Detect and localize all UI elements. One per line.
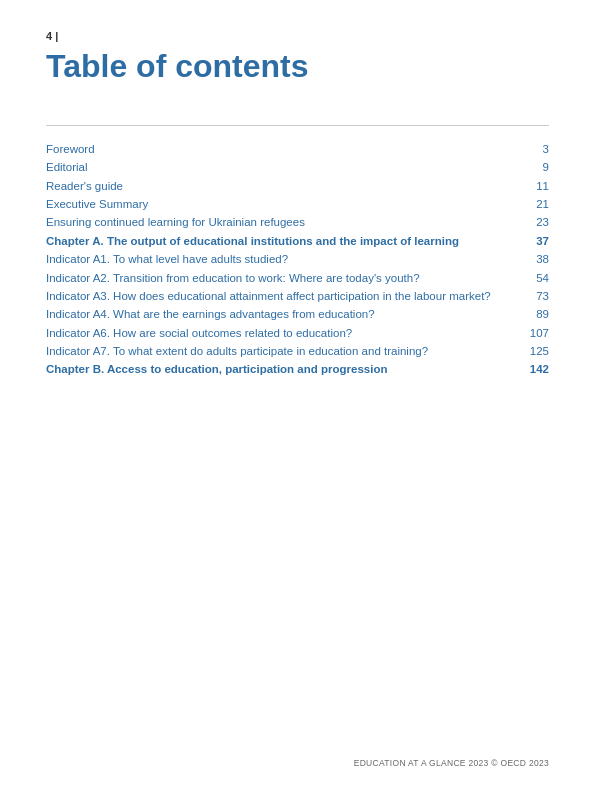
- toc-item-label: Ensuring continued learning for Ukrainia…: [46, 216, 521, 228]
- toc-row[interactable]: Indicator A4. What are the earnings adva…: [46, 305, 549, 323]
- toc-item-page: 73: [521, 290, 549, 302]
- toc-item-page: 38: [521, 253, 549, 265]
- toc-row[interactable]: Chapter A. The output of educational ins…: [46, 232, 549, 250]
- toc-item-label: Indicator A6. How are social outcomes re…: [46, 327, 521, 339]
- toc-item-label: Reader's guide: [46, 180, 521, 192]
- toc-row[interactable]: Ensuring continued learning for Ukrainia…: [46, 213, 549, 231]
- toc-row[interactable]: Indicator A2. Transition from education …: [46, 268, 549, 286]
- toc-item-page: 125: [521, 345, 549, 357]
- toc-item-label: Foreword: [46, 143, 521, 155]
- toc-item-label: Editorial: [46, 161, 521, 173]
- toc-item-page: 142: [521, 363, 549, 375]
- toc-item-page: 21: [521, 198, 549, 210]
- toc-item-page: 3: [521, 143, 549, 155]
- toc-item-page: 9: [521, 161, 549, 173]
- toc-item-label: Indicator A4. What are the earnings adva…: [46, 308, 521, 320]
- toc-item-label: Indicator A7. To what extent do adults p…: [46, 345, 521, 357]
- toc-item-page: 11: [521, 180, 549, 192]
- toc-item-page: 89: [521, 308, 549, 320]
- page-title: Table of contents: [46, 48, 549, 85]
- toc-item-page: 23: [521, 216, 549, 228]
- toc-row[interactable]: Chapter B. Access to education, particip…: [46, 360, 549, 378]
- toc-row[interactable]: Reader's guide11: [46, 177, 549, 195]
- page-container: 4 | Table of contents Foreword3Editorial…: [0, 0, 595, 794]
- toc-row[interactable]: Indicator A1. To what level have adults …: [46, 250, 549, 268]
- toc-item-label: Chapter B. Access to education, particip…: [46, 363, 521, 375]
- toc-item-label: Indicator A3. How does educational attai…: [46, 290, 521, 302]
- toc-item-label: Chapter A. The output of educational ins…: [46, 235, 521, 247]
- page-number: 4 |: [46, 30, 549, 42]
- toc-row[interactable]: Foreword3: [46, 140, 549, 158]
- toc-row[interactable]: Editorial9: [46, 158, 549, 176]
- toc-item-label: Indicator A2. Transition from education …: [46, 272, 521, 284]
- footer-text: EDUCATION AT A GLANCE 2023 © OECD 2023: [354, 758, 549, 768]
- toc-row[interactable]: Executive Summary21: [46, 195, 549, 213]
- toc-item-page: 54: [521, 272, 549, 284]
- toc-row[interactable]: Indicator A6. How are social outcomes re…: [46, 324, 549, 342]
- toc-item-label: Indicator A1. To what level have adults …: [46, 253, 521, 265]
- toc-item-page: 37: [521, 235, 549, 247]
- toc-item-page: 107: [521, 327, 549, 339]
- toc-row[interactable]: Indicator A3. How does educational attai…: [46, 287, 549, 305]
- toc-list: Foreword3Editorial9Reader's guide11Execu…: [46, 140, 549, 379]
- toc-item-label: Executive Summary: [46, 198, 521, 210]
- divider: [46, 125, 549, 126]
- toc-row[interactable]: Indicator A7. To what extent do adults p…: [46, 342, 549, 360]
